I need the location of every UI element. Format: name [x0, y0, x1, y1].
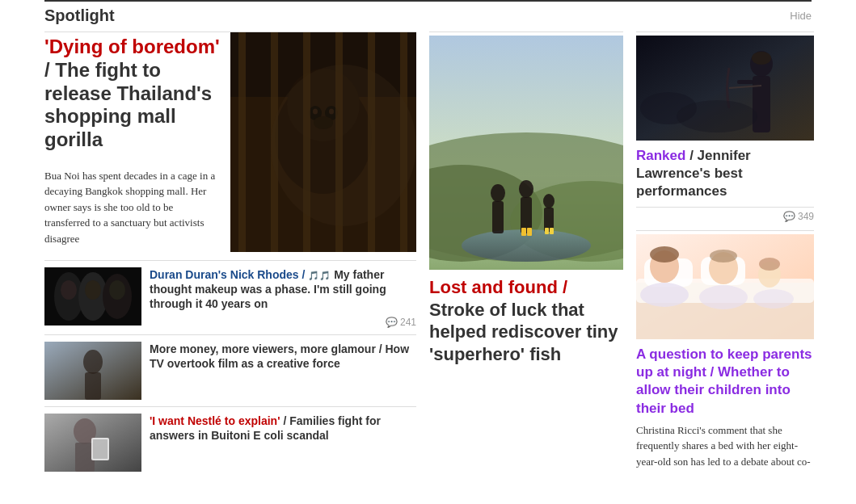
sub-article-1-content: Duran Duran's Nick Rhodes / 🎵🎵 My father…: [150, 267, 416, 328]
right-column: Ranked / Jennifer Lawrence's best perfor…: [636, 32, 814, 478]
featured-text-block: 'Dying of boredom' / The fight to releas…: [44, 32, 230, 252]
svg-rect-32: [93, 439, 108, 459]
jennifer-svg: [636, 36, 814, 141]
gorilla-svg: [230, 32, 416, 252]
sub-article-2-content: More money, more viewers, more glamour /…: [150, 342, 416, 400]
right-top-article[interactable]: Ranked / Jennifer Lawrence's best perfor…: [636, 141, 814, 208]
right-bottom-article[interactable]: A question to keep parents up at night /…: [636, 339, 814, 476]
svg-point-25: [83, 350, 103, 374]
svg-rect-9: [238, 32, 246, 252]
right-bottom-body: Christina Ricci's comment that she frequ…: [636, 422, 814, 470]
svg-rect-26: [85, 372, 101, 400]
cosleep-image: [636, 234, 814, 339]
svg-point-22: [109, 280, 125, 300]
svg-point-20: [61, 280, 77, 300]
middle-image-wrapper: Lost and found / Stroke of luck that hel…: [429, 32, 623, 365]
nestle-image: [44, 414, 141, 472]
cosleep-svg: [636, 234, 814, 339]
middle-headline[interactable]: Lost and found / Stroke of luck that hel…: [429, 276, 623, 365]
middle-column: Lost and found / Stroke of luck that hel…: [429, 32, 623, 478]
sub-article-1-comments: 💬 241: [150, 317, 416, 328]
middle-headline-rest: Stroke of luck that helped rediscover ti…: [429, 300, 618, 364]
sub-article-3[interactable]: 'I want Nestlé to explain' / Families fi…: [44, 406, 416, 478]
gorilla-image: [230, 32, 416, 252]
left-column: 'Dying of boredom' / The fight to releas…: [44, 32, 416, 478]
duran-image: [44, 267, 141, 326]
right-bottom-wrapper: A question to keep parents up at night /…: [636, 230, 814, 476]
glamour-image: [44, 342, 141, 400]
middle-headline-red: Lost and found /: [429, 277, 567, 297]
svg-point-64: [650, 246, 679, 262]
sub-article-2[interactable]: More money, more viewers, more glamour /…: [44, 334, 416, 406]
svg-point-65: [710, 250, 737, 262]
svg-point-55: [752, 52, 771, 65]
ranked-label: Ranked: [636, 148, 685, 163]
right-top-headline: Ranked / Jennifer Lawrence's best perfor…: [636, 147, 814, 200]
main-grid: 'Dying of boredom' / The fight to releas…: [44, 32, 812, 478]
sub-article-1-comment-count: 241: [400, 317, 416, 328]
lost-found-svg: [429, 36, 623, 270]
svg-point-40: [519, 180, 533, 198]
svg-point-42: [543, 194, 555, 208]
comment-icon-1: 💬: [386, 317, 398, 328]
svg-point-67: [640, 283, 689, 307]
glamour-svg: [44, 342, 141, 400]
sub-article-1-music-icon: 🎵🎵: [308, 271, 331, 280]
svg-rect-51: [737, 80, 753, 84]
spotlight-header: Spotlight Hide: [44, 0, 812, 32]
featured-headline[interactable]: 'Dying of boredom' / The fight to releas…: [44, 36, 221, 152]
svg-point-69: [753, 289, 794, 309]
sub-article-3-image: [44, 414, 141, 472]
sub-article-3-label: 'I want Nestlé to explain': [150, 414, 280, 427]
right-top-wrapper: Ranked / Jennifer Lawrence's best perfor…: [636, 32, 814, 225]
right-top-comments-row: 💬 349: [636, 208, 814, 225]
sub-article-1-label: Duran Duran's Nick Rhodes /: [150, 268, 305, 281]
svg-rect-47: [550, 228, 554, 234]
svg-rect-50: [753, 76, 770, 132]
page-wrapper: Spotlight Hide 'Dying of boredom' / The …: [0, 0, 856, 478]
sub-article-2-image: [44, 342, 141, 400]
svg-point-68: [699, 285, 748, 309]
featured-body-text: Bua Noi has spent decades in a cage in a…: [44, 162, 221, 247]
sub-article-2-label: More money, more viewers, more glamour /: [150, 342, 382, 355]
svg-rect-44: [521, 228, 526, 236]
right-top-comment-count: 349: [798, 211, 814, 222]
featured-headline-rest: / The fight to release Thailand's shoppi…: [44, 59, 212, 150]
svg-rect-45: [527, 228, 532, 236]
featured-headline-red: 'Dying of boredom': [44, 36, 220, 57]
svg-rect-46: [545, 228, 549, 234]
svg-rect-39: [492, 201, 504, 233]
hide-link[interactable]: Hide: [790, 10, 812, 22]
svg-point-21: [85, 280, 101, 300]
sub-article-3-headline: 'I want Nestlé to explain' / Families fi…: [150, 414, 416, 443]
svg-point-38: [491, 184, 505, 202]
duran-svg: [44, 267, 141, 326]
sub-article-1[interactable]: Duran Duran's Nick Rhodes / 🎵🎵 My father…: [44, 260, 416, 334]
nestle-svg: [44, 414, 141, 472]
svg-point-15: [271, 65, 416, 226]
sub-articles-list: Duran Duran's Nick Rhodes / 🎵🎵 My father…: [44, 260, 416, 478]
right-bottom-headline: A question to keep parents up at night /…: [636, 346, 814, 417]
svg-point-54: [677, 100, 757, 132]
spotlight-title: Spotlight: [44, 6, 115, 25]
sub-article-3-content: 'I want Nestlé to explain' / Families fi…: [150, 414, 416, 472]
comment-icon-right-top: 💬: [783, 211, 795, 222]
sub-article-2-headline: More money, more viewers, more glamour /…: [150, 342, 416, 371]
svg-point-66: [759, 258, 780, 271]
sub-article-1-headline: Duran Duran's Nick Rhodes / 🎵🎵 My father…: [150, 267, 416, 312]
jennifer-image: [636, 36, 814, 141]
lost-found-image: [429, 36, 623, 270]
sub-article-1-image: [44, 267, 141, 326]
